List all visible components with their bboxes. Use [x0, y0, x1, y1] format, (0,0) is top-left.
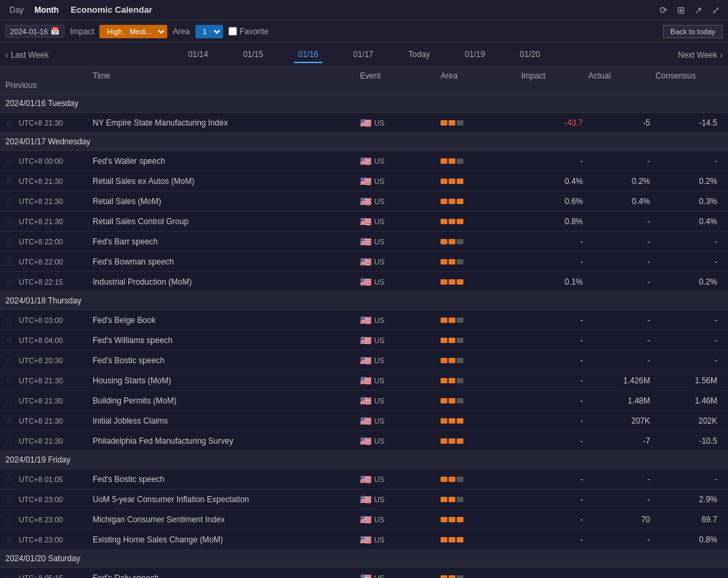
next-week-label: Next Week [678, 50, 717, 60]
star-icon[interactable]: ☆ [5, 217, 19, 226]
star-icon[interactable]: ☆ [5, 396, 19, 405]
star-icon[interactable]: ☆ [5, 277, 19, 287]
table-row[interactable]: ☆ UTC+8 23:00 UoM 5-year Consumer Inflat… [0, 489, 728, 510]
star-icon[interactable]: ☆ [5, 177, 19, 186]
area-cell: 🇺🇸 US [360, 494, 441, 505]
star-icon[interactable]: ☆ [5, 237, 19, 246]
impact-bars [441, 477, 521, 482]
back-to-today-btn[interactable]: Back to today [663, 25, 723, 38]
impact-bar-1 [449, 120, 455, 126]
table-row[interactable]: ☆ UTC+8 23:00 Existing Home Sales Change… [0, 530, 728, 550]
table-row[interactable]: ☆ UTC+8 21:30 Philadelphia Fed Manufactu… [0, 431, 728, 451]
month-view-btn[interactable]: Month [30, 4, 62, 16]
section-header-4: 2024/01/20 Saturday [0, 550, 728, 568]
impact-bar-1 [449, 158, 455, 164]
favorite-checkbox-label[interactable]: Favorite [228, 27, 269, 36]
table-row[interactable]: ☆ UTC+8 21:30 Building Permits (MoM) 🇺🇸 … [0, 391, 728, 411]
date-link-0115[interactable]: 01/15 [239, 47, 267, 63]
star-icon[interactable]: ☆ [5, 535, 19, 544]
table-row[interactable]: ☆ UTC+8 22:00 Fed's Barr speech 🇺🇸 US - … [0, 232, 728, 252]
impact-bar-2 [457, 477, 463, 482]
date-link-0116[interactable]: 01/16 [294, 47, 322, 63]
star-icon[interactable]: ☆ [5, 436, 19, 446]
impact-bars [441, 438, 521, 444]
actual-cell: - [521, 573, 588, 579]
star-icon[interactable]: ☆ [5, 495, 19, 504]
impact-bar-0 [441, 259, 447, 264]
area-cell: 🇺🇸 US [360, 474, 441, 485]
star-icon[interactable]: ☆ [5, 573, 19, 579]
star-icon[interactable]: ☆ [5, 197, 19, 206]
star-icon[interactable]: ☆ [5, 356, 19, 365]
impact-bar-0 [441, 219, 447, 224]
previous-cell: 1.46M [655, 396, 723, 405]
layout-icon[interactable]: ⊞ [674, 3, 688, 17]
date-link-0117[interactable]: 01/17 [349, 47, 377, 63]
actual-cell: - [521, 535, 588, 544]
table-row[interactable]: ☆ UTC+8 21:30 Retail Sales (MoM) 🇺🇸 US 0… [0, 191, 728, 211]
star-icon[interactable]: ☆ [5, 416, 19, 426]
table-row[interactable]: ☆ UTC+8 20:30 Fed's Bostic speech 🇺🇸 US … [0, 350, 728, 371]
impact-bars [441, 259, 521, 264]
consensus-cell: - [588, 495, 655, 504]
star-icon[interactable]: ☆ [5, 376, 19, 385]
table-row[interactable]: ☆ UTC+8 23:00 Michigan Consumer Sentimen… [0, 510, 728, 530]
impact-bar-2 [457, 120, 463, 126]
area-text: US [374, 417, 384, 425]
time-cell: UTC+8 22:15 [19, 278, 93, 286]
impact-bars [441, 199, 521, 204]
next-week-nav[interactable]: Next Week › [642, 50, 723, 60]
actual-cell: -43.7 [521, 118, 588, 128]
table-row[interactable]: ☆ UTC+8 00:00 Fed's Waller speech 🇺🇸 US … [0, 151, 728, 171]
impact-bars [441, 158, 521, 164]
last-week-nav[interactable]: ‹ Last Week [5, 50, 86, 60]
table-row[interactable]: ☆ UTC+8 05:15 Fed's Daly speech 🇺🇸 US - … [0, 568, 728, 578]
table-row[interactable]: ☆ UTC+8 21:30 Retail Sales ex Autos (MoM… [0, 171, 728, 191]
table-header: Time Event Area Impact Actual Consensus … [0, 67, 728, 95]
time-cell: UTC+8 23:00 [19, 516, 93, 524]
date-link-0120[interactable]: 01/20 [516, 47, 544, 63]
event-cell: Fed's Barr speech [93, 237, 360, 246]
impact-bar-2 [457, 179, 463, 184]
impact-bars [441, 318, 521, 323]
star-icon[interactable]: ☆ [5, 336, 19, 345]
table-row[interactable]: ☆ UTC+8 03:00 Fed's Beige Book 🇺🇸 US - -… [0, 310, 728, 330]
star-icon[interactable]: ☆ [5, 257, 19, 267]
date-link-today[interactable]: Today [404, 47, 434, 63]
impact-bar-1 [449, 378, 455, 383]
date-picker[interactable]: 2024-01-16 📅 [5, 25, 64, 38]
table-row[interactable]: ☆ UTC+8 22:00 Fed's Bowman speech 🇺🇸 US … [0, 252, 728, 272]
star-icon[interactable]: ☆ [5, 515, 19, 524]
actual-cell: - [521, 416, 588, 426]
star-icon[interactable]: ☆ [5, 156, 19, 166]
impact-bar-2 [457, 378, 463, 383]
table-row[interactable]: ☆ UTC+8 22:15 Industrial Production (MoM… [0, 272, 728, 292]
date-value: 2024-01-16 [10, 28, 48, 36]
consensus-cell: 1.426M [588, 376, 655, 385]
table-row[interactable]: ☆ UTC+8 21:30 Housing Starts (MoM) 🇺🇸 US… [0, 371, 728, 391]
consensus-cell: -5 [588, 118, 655, 128]
impact-bar-0 [441, 199, 447, 204]
area-filter[interactable]: 1 [195, 25, 223, 38]
table-row[interactable]: ☆ UTC+8 21:30 Initial Jobless Claims 🇺🇸 … [0, 411, 728, 431]
external-icon[interactable]: ↗ [692, 3, 705, 17]
impact-bars [441, 517, 521, 522]
date-link-0114[interactable]: 01/14 [184, 47, 212, 63]
favorite-checkbox[interactable] [228, 27, 237, 36]
table-row[interactable]: ☆ UTC+8 21:30 NY Empire State Manufactur… [0, 113, 728, 133]
table-row[interactable]: ☆ UTC+8 01:05 Fed's Bostic speech 🇺🇸 US … [0, 469, 728, 489]
date-link-0119[interactable]: 01/19 [461, 47, 489, 63]
event-cell: Retail Sales ex Autos (MoM) [93, 177, 360, 186]
star-icon[interactable]: ☆ [5, 316, 19, 325]
actual-cell: 0.4% [521, 177, 588, 186]
day-view-btn[interactable]: Day [5, 4, 28, 16]
maximize-icon[interactable]: ⤢ [709, 3, 723, 17]
refresh-icon[interactable]: ⟳ [657, 3, 670, 17]
actual-cell: 0.8% [521, 217, 588, 226]
table-row[interactable]: ☆ UTC+8 21:30 Retail Sales Control Group… [0, 211, 728, 232]
star-icon[interactable]: ☆ [5, 118, 19, 128]
previous-cell: 69.7 [655, 515, 723, 524]
star-icon[interactable]: ☆ [5, 475, 19, 484]
table-row[interactable]: ☆ UTC+8 04:00 Fed's Williams speech 🇺🇸 U… [0, 330, 728, 350]
impact-filter[interactable]: High、Medi... [99, 25, 167, 38]
